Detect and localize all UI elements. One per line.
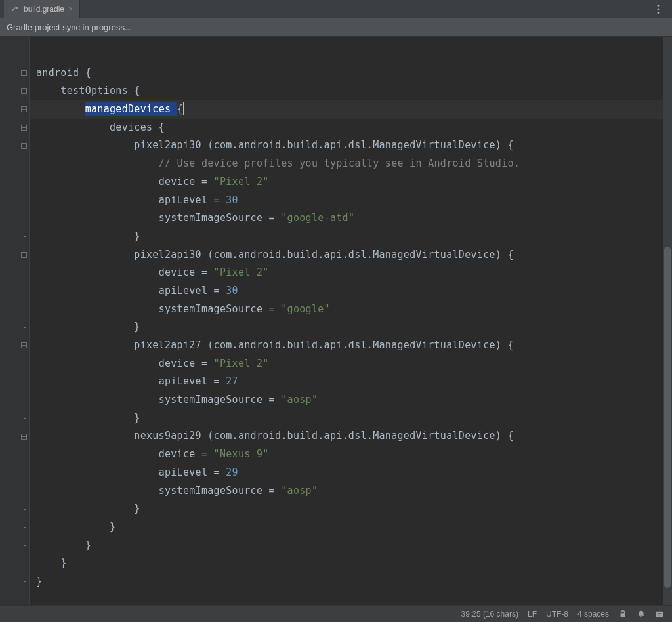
code-line[interactable]: pixel2api27 (com.android.build.api.dsl.M… [30, 337, 663, 355]
fold-close-icon[interactable] [20, 234, 27, 240]
code-line[interactable]: pixel2api30 (com.android.build.api.dsl.M… [30, 246, 663, 264]
close-icon[interactable]: × [68, 5, 73, 14]
event-icon[interactable] [655, 610, 664, 619]
svg-rect-39 [658, 614, 660, 615]
status-encoding[interactable]: UTF-8 [546, 610, 568, 619]
svg-rect-38 [658, 613, 662, 613]
status-line-separator[interactable]: LF [528, 610, 537, 619]
code-line[interactable]: device = "Pixel 2" [30, 355, 663, 373]
code-line[interactable]: } [30, 518, 663, 537]
fold-close-icon[interactable] [20, 415, 27, 422]
code-line[interactable]: device = "Nexus 9" [30, 446, 663, 464]
kebab-icon[interactable] [652, 3, 664, 15]
fold-open-icon[interactable] [20, 88, 27, 94]
fold-close-icon[interactable] [20, 561, 27, 568]
svg-rect-37 [656, 611, 663, 617]
code-line[interactable]: } [30, 537, 663, 555]
lock-icon[interactable] [618, 610, 627, 619]
code-line[interactable]: systemImageSource = "aosp" [30, 482, 663, 501]
code-line[interactable]: // Use device profiles you typically see… [30, 155, 663, 173]
code-line[interactable]: managedDevices { [30, 100, 663, 119]
svg-point-0 [16, 7, 18, 9]
code-line[interactable]: devices { [30, 119, 663, 137]
gradle-icon [10, 5, 20, 14]
scrollbar[interactable] [663, 37, 672, 605]
code-line[interactable]: device = "Pixel 2" [30, 173, 663, 192]
fold-open-icon[interactable] [20, 125, 27, 131]
status-position[interactable]: 39:25 (16 chars) [461, 610, 518, 619]
code-line[interactable]: apiLevel = 30 [30, 192, 663, 210]
editor-window: build.gradle × Gradle project sync in pr… [0, 0, 672, 622]
fold-close-icon[interactable] [20, 524, 27, 531]
editor[interactable]: android { testOptions { managedDevices {… [0, 37, 672, 605]
svg-rect-36 [621, 613, 625, 617]
caret [183, 102, 184, 115]
code-line[interactable]: pixel2api30 (com.android.build.api.dsl.M… [30, 136, 663, 155]
code-line[interactable]: } [30, 409, 663, 428]
fold-close-icon[interactable] [20, 579, 27, 585]
sync-banner-text: Gradle project sync in progress... [7, 22, 132, 32]
code-line[interactable]: systemImageSource = "aosp" [30, 391, 663, 409]
fold-open-icon[interactable] [20, 342, 27, 349]
code-line[interactable]: } [30, 228, 663, 246]
code-line[interactable]: apiLevel = 29 [30, 464, 663, 482]
code-area[interactable]: android { testOptions { managedDevices {… [30, 37, 663, 605]
tab-filename: build.gradle [24, 5, 64, 14]
selection: managedDevices [85, 102, 177, 116]
file-tab[interactable]: build.gradle × [4, 0, 80, 18]
tab-bar: build.gradle × [0, 0, 672, 18]
fold-close-icon[interactable] [20, 325, 27, 331]
status-bar: 39:25 (16 chars) LF UTF-8 4 spaces [0, 605, 672, 622]
code-line[interactable]: apiLevel = 30 [30, 282, 663, 301]
svg-point-2 [658, 8, 660, 10]
code-line[interactable]: systemImageSource = "google" [30, 301, 663, 319]
code-line[interactable]: } [30, 318, 663, 337]
fold-open-icon[interactable] [20, 106, 27, 113]
code-line[interactable]: systemImageSource = "google-atd" [30, 209, 663, 228]
svg-point-1 [658, 4, 660, 6]
code-line[interactable]: } [30, 554, 663, 573]
code-line[interactable]: apiLevel = 27 [30, 373, 663, 391]
fold-close-icon[interactable] [20, 543, 27, 549]
code-line[interactable]: android { [30, 64, 663, 83]
fold-close-icon[interactable] [20, 507, 27, 513]
bell-icon[interactable] [637, 610, 646, 619]
code-line[interactable] [30, 46, 663, 64]
svg-point-3 [658, 12, 660, 14]
code-line[interactable]: testOptions { [30, 82, 663, 100]
sync-banner: Gradle project sync in progress... [0, 18, 672, 37]
fold-open-icon[interactable] [20, 252, 27, 259]
code-line[interactable]: } [30, 500, 663, 518]
status-indent[interactable]: 4 spaces [578, 610, 609, 619]
code-line[interactable]: } [30, 573, 663, 591]
scroll-thumb[interactable] [664, 247, 671, 588]
gutter[interactable] [0, 37, 30, 605]
code-line[interactable]: nexus9api29 (com.android.build.api.dsl.M… [30, 427, 663, 446]
fold-open-icon[interactable] [20, 434, 27, 440]
fold-open-icon[interactable] [20, 70, 27, 77]
fold-open-icon[interactable] [20, 143, 27, 150]
code-line[interactable]: device = "Pixel 2" [30, 264, 663, 282]
